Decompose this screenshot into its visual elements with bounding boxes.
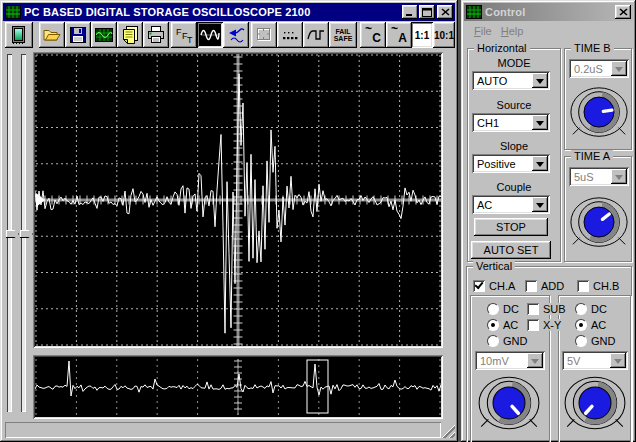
pulse-display-button[interactable] <box>303 22 329 48</box>
ch-a-range-dropdown-button[interactable] <box>527 353 543 368</box>
time-a-legend: TIME A <box>571 150 613 162</box>
dotted-display-button[interactable] <box>277 22 303 48</box>
chevron-down-icon <box>536 121 544 130</box>
auto-set-button[interactable]: AUTO SET <box>471 241 551 259</box>
xy-checkbox[interactable]: X-Y <box>525 319 563 331</box>
couple-value: AC <box>477 199 492 211</box>
control-titlebar[interactable]: Control <box>464 3 633 21</box>
time-b-value: 0.2uS <box>574 63 603 75</box>
channel-b-label: CH.B <box>593 280 619 292</box>
couple-dropdown-button[interactable] <box>532 197 548 212</box>
maximize-icon <box>422 8 432 17</box>
ch-a-gain-knob[interactable] <box>476 375 542 435</box>
failsafe-button[interactable]: FAILSAFE <box>329 22 357 48</box>
control-window: Control File Help Horizontal MODE AUTO S… <box>461 0 636 442</box>
print-button[interactable] <box>143 22 169 48</box>
channel-a-checkbox[interactable]: CH.A <box>473 280 515 292</box>
chevron-down-icon <box>615 67 623 76</box>
cal-c-button[interactable]: ~ C <box>360 22 386 48</box>
toolbar: F F T <box>3 21 455 49</box>
time-b-dropdown-button[interactable] <box>611 61 627 76</box>
control-menubar: File Help <box>465 22 632 40</box>
couple-combobox[interactable]: AC <box>472 195 550 214</box>
printer-icon <box>146 25 166 45</box>
source-value: CH1 <box>477 117 499 129</box>
time-b-combobox[interactable]: 0.2uS <box>569 59 629 78</box>
close-icon <box>441 8 450 16</box>
add-checkbox[interactable]: ADD <box>525 280 564 292</box>
dotted-line-icon <box>280 25 300 45</box>
add-label: ADD <box>541 280 564 292</box>
ch-b-ac-radio[interactable]: AC <box>575 319 606 331</box>
menu-help[interactable]: Help <box>501 25 524 37</box>
ch-a-gnd-label: GND <box>503 335 527 347</box>
open-button[interactable] <box>39 22 65 48</box>
mode-dropdown-button[interactable] <box>532 73 548 88</box>
cal-a-button[interactable]: ~ A <box>386 22 412 48</box>
ch-b-gnd-label: GND <box>591 335 615 347</box>
ch-b-dc-radio[interactable]: DC <box>575 303 607 315</box>
failsafe-label: FAILSAFE <box>334 28 353 42</box>
notes-button[interactable] <box>117 22 143 48</box>
exit-button[interactable] <box>5 22 33 48</box>
time-a-knob[interactable] <box>568 195 630 253</box>
status-bar <box>5 422 441 438</box>
checkbox-icon <box>577 280 589 292</box>
source-label: Source <box>468 99 560 111</box>
channel-a-label: CH.A <box>489 280 515 292</box>
close-button[interactable] <box>437 5 453 19</box>
time-a-combobox[interactable]: 5uS <box>569 167 629 186</box>
app-icon <box>5 5 21 19</box>
ch-a-ac-radio[interactable]: AC <box>487 319 518 331</box>
minimize-button[interactable] <box>402 5 418 19</box>
probe-10-1-button[interactable]: 10:1 <box>433 22 455 48</box>
chevron-down-icon <box>536 203 544 212</box>
sub-checkbox[interactable]: SUB <box>525 303 568 315</box>
ch-b-range-combobox[interactable]: 5V <box>562 351 628 370</box>
control-close-button[interactable] <box>615 5 631 19</box>
menu-file[interactable]: File <box>474 25 492 37</box>
main-titlebar[interactable]: PC BASED DIGITAL STORAGE OSCILLOSCOPE 21… <box>3 3 455 21</box>
capture-button[interactable] <box>91 22 117 48</box>
probe-1-1-button[interactable]: 1:1 <box>411 22 433 48</box>
waveform-mode-button[interactable] <box>197 22 223 48</box>
ch-b-gain-knob[interactable] <box>562 375 628 435</box>
ch-a-dc-label: DC <box>503 303 519 315</box>
resize-grip[interactable] <box>441 424 455 438</box>
checkbox-icon <box>527 303 539 315</box>
ch-a-range-combobox[interactable]: 10mV <box>475 351 545 370</box>
overview-waveform <box>35 357 441 417</box>
fft-button[interactable]: F F T <box>171 22 197 48</box>
window-controls <box>401 5 453 19</box>
xy-label: X-Y <box>543 319 561 331</box>
offset-slider-b-thumb[interactable] <box>20 230 33 238</box>
chevron-down-icon <box>615 175 623 184</box>
wave-c-icon: ~ C <box>365 26 381 44</box>
save-button[interactable] <box>65 22 91 48</box>
ch-a-dc-radio[interactable]: DC <box>487 303 519 315</box>
ch-a-gnd-radio[interactable]: GND <box>487 335 527 347</box>
ch-b-range-dropdown-button[interactable] <box>610 353 626 368</box>
channel-b-checkbox[interactable]: CH.B <box>577 280 619 292</box>
ch-b-gnd-radio[interactable]: GND <box>575 335 615 347</box>
vertical-group: Vertical CH.A ADD CH.B SUB X-Y <box>466 266 632 442</box>
sine-wave-icon <box>200 25 220 45</box>
recall-wave-button[interactable] <box>223 22 249 48</box>
slope-dropdown-button[interactable] <box>532 156 548 171</box>
source-dropdown-button[interactable] <box>532 115 548 130</box>
time-b-knob[interactable] <box>568 85 630 143</box>
stop-button[interactable]: STOP <box>474 218 548 236</box>
maximize-button[interactable] <box>419 5 435 19</box>
time-a-dropdown-button[interactable] <box>611 169 627 184</box>
horizontal-group: Horizontal MODE AUTO Source CH1 Slope Po… <box>467 48 561 262</box>
grid-toggle-button[interactable] <box>251 22 277 48</box>
main-waveform <box>35 54 441 346</box>
mode-combobox[interactable]: AUTO <box>472 71 550 90</box>
offset-slider-a-thumb[interactable] <box>6 230 19 238</box>
ch-a-range-value: 10mV <box>480 355 509 367</box>
slope-combobox[interactable]: Positive <box>472 154 550 173</box>
open-folder-icon <box>42 25 62 45</box>
source-combobox[interactable]: CH1 <box>472 113 550 132</box>
radio-icon <box>575 335 587 347</box>
control-window-title: Control <box>485 6 526 18</box>
